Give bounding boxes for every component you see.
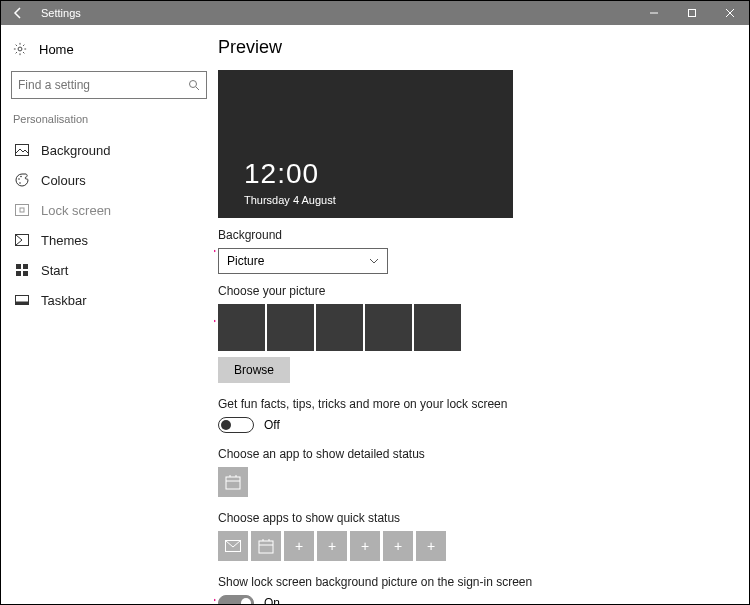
- signin-bg-toggle[interactable]: [218, 595, 254, 605]
- titlebar: Settings: [1, 1, 749, 25]
- svg-rect-15: [16, 145, 29, 156]
- lock-screen-preview: 12:00 Thursday 4 August: [218, 70, 513, 218]
- window-controls: [635, 1, 749, 25]
- svg-point-17: [20, 176, 22, 178]
- svg-rect-23: [23, 264, 28, 269]
- plus-icon: +: [328, 538, 336, 554]
- sidebar-item-themes[interactable]: Themes: [11, 225, 204, 255]
- sidebar-item-background[interactable]: Background: [11, 135, 204, 165]
- lock-screen-icon: [13, 204, 31, 216]
- background-label: Background: [218, 228, 733, 242]
- sidebar-item-label: Lock screen: [41, 203, 111, 218]
- svg-rect-25: [23, 271, 28, 276]
- quick-status-app-add[interactable]: +: [383, 531, 413, 561]
- home-label: Home: [39, 42, 74, 57]
- main-content: Preview 12:00 Thursday 4 August Backgrou…: [214, 25, 749, 605]
- svg-rect-20: [20, 208, 24, 212]
- preview-heading: Preview: [218, 37, 733, 58]
- svg-marker-42: [214, 589, 216, 605]
- svg-rect-27: [16, 302, 29, 305]
- svg-rect-32: [226, 477, 240, 489]
- picture-thumbnail[interactable]: [316, 304, 363, 351]
- fun-facts-label: Get fun facts, tips, tricks and more on …: [218, 397, 733, 411]
- svg-point-4: [18, 47, 22, 51]
- sidebar-item-label: Themes: [41, 233, 88, 248]
- svg-point-16: [18, 178, 20, 180]
- choose-picture-label: Choose your picture: [218, 284, 733, 298]
- picture-thumbnail[interactable]: [414, 304, 461, 351]
- sidebar-item-label: Colours: [41, 173, 86, 188]
- svg-rect-19: [16, 205, 29, 216]
- sidebar-item-label: Start: [41, 263, 68, 278]
- annotation-arrow-icon: [214, 589, 216, 605]
- svg-line-9: [16, 45, 17, 46]
- svg-rect-37: [259, 541, 273, 553]
- svg-line-11: [16, 52, 17, 53]
- themes-icon: [13, 234, 31, 246]
- picture-icon: [13, 144, 31, 156]
- plus-icon: +: [361, 538, 369, 554]
- window-title: Settings: [41, 7, 81, 19]
- annotation-arrow-icon: [214, 310, 216, 332]
- quick-status-app-add[interactable]: +: [350, 531, 380, 561]
- maximize-button[interactable]: [673, 1, 711, 25]
- sidebar-item-lock-screen[interactable]: Lock screen: [11, 195, 204, 225]
- quick-status-label: Choose apps to show quick status: [218, 511, 733, 525]
- signin-bg-value: On: [264, 596, 280, 605]
- sidebar-item-colours[interactable]: Colours: [11, 165, 204, 195]
- minimize-button[interactable]: [635, 1, 673, 25]
- fun-facts-toggle[interactable]: [218, 417, 254, 433]
- quick-status-app-mail[interactable]: [218, 531, 248, 561]
- quick-status-app-calendar[interactable]: [251, 531, 281, 561]
- plus-icon: +: [427, 538, 435, 554]
- start-icon: [13, 264, 31, 276]
- background-dropdown[interactable]: Picture: [218, 248, 388, 274]
- home-nav[interactable]: Home: [11, 35, 204, 63]
- svg-point-13: [190, 81, 197, 88]
- svg-line-14: [196, 87, 199, 90]
- svg-line-10: [23, 52, 24, 53]
- svg-point-18: [19, 182, 21, 184]
- dropdown-value: Picture: [227, 254, 264, 268]
- svg-rect-24: [16, 271, 21, 276]
- preview-time: 12:00: [244, 158, 319, 190]
- search-input[interactable]: [18, 78, 188, 92]
- detailed-status-app[interactable]: [218, 467, 248, 497]
- picture-thumbnail[interactable]: [365, 304, 412, 351]
- fun-facts-value: Off: [264, 418, 280, 432]
- browse-button[interactable]: Browse: [218, 357, 290, 383]
- gear-icon: [11, 42, 29, 56]
- browse-label: Browse: [234, 363, 274, 377]
- sidebar-item-start[interactable]: Start: [11, 255, 204, 285]
- taskbar-icon: [13, 295, 31, 305]
- quick-status-app-add[interactable]: +: [416, 531, 446, 561]
- back-button[interactable]: [1, 1, 35, 25]
- picture-thumbnail[interactable]: [218, 304, 265, 351]
- signin-bg-label: Show lock screen background picture on t…: [218, 575, 733, 589]
- svg-marker-29: [214, 240, 216, 262]
- palette-icon: [13, 173, 31, 187]
- quick-status-app-add[interactable]: +: [317, 531, 347, 561]
- close-button[interactable]: [711, 1, 749, 25]
- section-label: Personalisation: [11, 113, 204, 125]
- svg-marker-31: [214, 310, 216, 332]
- sidebar: Home Personalisation Background Colours: [1, 25, 214, 605]
- plus-icon: +: [295, 538, 303, 554]
- sidebar-item-label: Taskbar: [41, 293, 87, 308]
- search-icon: [188, 79, 200, 91]
- svg-rect-22: [16, 264, 21, 269]
- search-box[interactable]: [11, 71, 207, 99]
- annotation-arrow-icon: [214, 240, 216, 262]
- picture-thumbnails: [218, 304, 733, 351]
- picture-thumbnail[interactable]: [267, 304, 314, 351]
- plus-icon: +: [394, 538, 402, 554]
- quick-status-app-add[interactable]: +: [284, 531, 314, 561]
- preview-date: Thursday 4 August: [244, 194, 336, 206]
- detailed-status-label: Choose an app to show detailed status: [218, 447, 733, 461]
- svg-rect-1: [689, 10, 696, 17]
- sidebar-item-taskbar[interactable]: Taskbar: [11, 285, 204, 315]
- svg-line-12: [23, 45, 24, 46]
- sidebar-item-label: Background: [41, 143, 110, 158]
- chevron-down-icon: [369, 258, 379, 264]
